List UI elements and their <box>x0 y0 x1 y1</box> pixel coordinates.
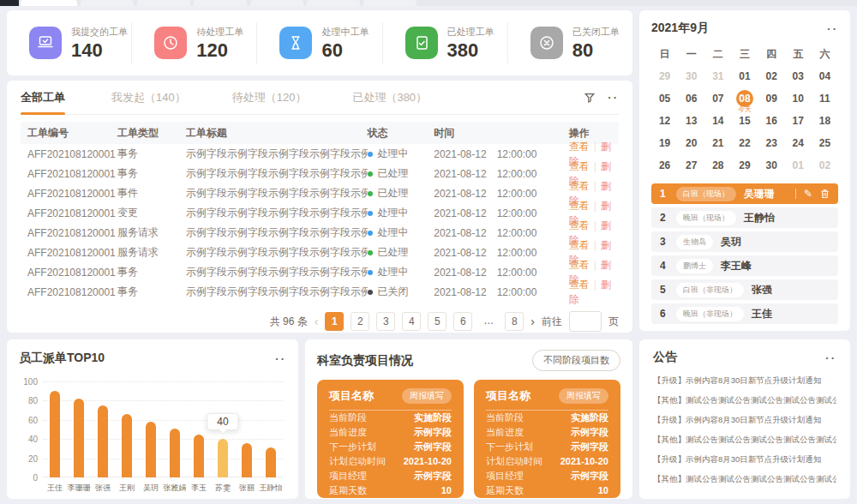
page-button[interactable]: 6 <box>453 312 472 331</box>
column-header: 时间 <box>434 126 568 141</box>
trash-icon[interactable] <box>820 189 830 199</box>
announcement-item[interactable]: 【升级】示例内容8月30日新节点升级计划通知 <box>653 370 836 390</box>
filter-icon[interactable] <box>584 92 596 104</box>
calendar-day[interactable]: 02 <box>812 154 838 177</box>
calendar-day[interactable]: 02 <box>758 65 785 87</box>
shift-row[interactable]: 4 鹏博士 李王峰 <box>651 255 838 276</box>
calendar-day[interactable]: 27 <box>678 154 704 177</box>
calendar-day[interactable]: 16 <box>758 110 785 132</box>
page-button[interactable]: 8 <box>505 312 524 331</box>
calendar-day[interactable]: 12 <box>651 110 678 132</box>
announcement-item[interactable]: 【升级】示例内容8月30日新节点升级计划通知 <box>653 449 836 469</box>
bar <box>242 443 252 477</box>
more-icon[interactable]: ·· <box>827 22 838 35</box>
tab-inactive[interactable]: 已处理（380） <box>352 81 427 115</box>
calendar-day[interactable]: 07 <box>704 87 731 110</box>
more-icon[interactable]: ·· <box>608 91 619 104</box>
view-link[interactable]: 查看 <box>569 239 590 251</box>
calendar-day[interactable]: 13 <box>678 110 704 132</box>
next-page-icon[interactable]: › <box>530 315 535 328</box>
tab-inactive[interactable]: 我发起（140） <box>111 81 186 115</box>
x-axis-tick: 王静怡 <box>259 483 283 494</box>
browser-tab[interactable] <box>21 0 77 6</box>
calendar-day[interactable]: 11 <box>812 87 838 110</box>
calendar-day[interactable]: 10 <box>785 87 812 110</box>
shift-row[interactable]: 2 晚班（现场） 王静怡 <box>651 207 838 228</box>
view-link[interactable]: 查看 <box>569 141 590 153</box>
calendar-day[interactable]: 24 <box>785 132 812 154</box>
y-axis-tick: 20 <box>19 453 38 463</box>
calendar-day[interactable]: 25 <box>812 132 838 154</box>
page-button[interactable]: 4 <box>402 312 421 331</box>
stat-text: 处理中工单 60 <box>321 26 369 60</box>
project-card[interactable]: 项目名称周报填写当前阶段实施阶段当前进度示例字段下一步计划示例字段计划启动时间2… <box>474 380 620 498</box>
calendar-day[interactable]: 15 <box>731 110 758 132</box>
shift-row[interactable]: 5 白班（非现场） 张强 <box>651 279 838 300</box>
shift-row[interactable]: 1 白班（现场） 吴珊珊 ✎ <box>651 183 838 204</box>
calendar-day[interactable]: 18 <box>812 110 838 132</box>
table-row: AFF202108120001 变更 示例字段示例字段示例字段示例字段示例字段 … <box>21 203 619 223</box>
calendar-day[interactable]: 04 <box>812 65 838 87</box>
hourglass-icon <box>279 27 312 59</box>
calendar-day[interactable]: 31 <box>704 65 731 87</box>
weekday-label: 五 <box>785 43 812 65</box>
page-button[interactable]: 3 <box>376 312 395 331</box>
page-button[interactable]: 2 <box>351 312 369 331</box>
page-button[interactable]: 1 <box>325 312 344 331</box>
calendar-day[interactable]: 28 <box>704 154 731 177</box>
calendar-day[interactable]: 01 <box>731 65 758 87</box>
project-card[interactable]: 项目名称周报填写当前阶段实施阶段当前进度示例字段下一步计划示例字段计划启动时间2… <box>317 380 464 498</box>
edit-icon[interactable]: ✎ <box>804 188 812 200</box>
calendar-day[interactable]: 21 <box>704 132 731 154</box>
calendar-day[interactable]: 26 <box>651 154 678 177</box>
tab-inactive[interactable]: 待处理（120） <box>232 81 307 115</box>
calendar-day[interactable]: 06 <box>678 87 704 110</box>
announcement-item[interactable]: 【其他】测试公告测试公告测试公告测试公告测试公告 <box>653 469 836 489</box>
view-link[interactable]: 查看 <box>569 200 590 212</box>
view-link[interactable]: 查看 <box>569 279 590 291</box>
announcement-item[interactable]: 【其他】测试公告测试公告测试公告测试公告测试公告 <box>653 390 836 410</box>
weekly-report-badge[interactable]: 周报填写 <box>402 388 452 404</box>
announcement-item[interactable]: 【其他】测试公告测试公告测试公告测试公告测试公告 <box>653 429 836 449</box>
stat-label: 我提交的工单 <box>71 26 128 39</box>
prev-page-icon[interactable]: ‹ <box>315 315 319 328</box>
order-title: 示例字段示例字段示例字段示例字段示例字段 <box>186 285 368 299</box>
calendar-day[interactable]: 14 <box>704 110 731 132</box>
calendar-day[interactable]: 03 <box>785 65 812 87</box>
calendar-day[interactable]: 29 <box>731 154 758 177</box>
tab-active[interactable]: 全部工单 <box>21 81 65 115</box>
calendar-day[interactable]: 30 <box>678 65 704 87</box>
shift-row[interactable]: 3 生物岛 吴玥 <box>651 231 838 252</box>
calendar-day[interactable]: 19 <box>651 132 678 154</box>
view-link[interactable]: 查看 <box>569 160 590 172</box>
view-link[interactable]: 查看 <box>569 219 590 231</box>
more-icon[interactable]: ·· <box>275 352 286 365</box>
calendar-day[interactable]: 23 <box>758 132 785 154</box>
browser-tab[interactable] <box>363 0 417 6</box>
goto-page-input[interactable] <box>569 311 602 332</box>
browser-tab[interactable] <box>137 0 190 6</box>
more-icon[interactable]: ·· <box>825 351 836 364</box>
calendar-day[interactable]: 22 <box>731 132 758 154</box>
calendar-day[interactable]: 01 <box>785 154 812 177</box>
calendar-day[interactable]: 20 <box>678 132 704 154</box>
stage-count-button[interactable]: 不同阶段项目数 <box>532 350 620 371</box>
view-link[interactable]: 查看 <box>569 259 590 271</box>
goto-label: 前往 <box>542 315 562 329</box>
page-button[interactable]: 5 <box>428 312 446 331</box>
calendar-day[interactable]: 29 <box>651 65 678 87</box>
browser-tab[interactable] <box>250 0 303 6</box>
calendar-day[interactable]: 17 <box>785 110 812 132</box>
order-id: AFF202108120001 <box>21 227 117 239</box>
browser-tab[interactable] <box>194 0 247 6</box>
announcement-item[interactable]: 【升级】示例内容8月30日新节点升级计划通知 <box>653 410 836 429</box>
shift-row[interactable]: 6 晚班（非现场） 王佳 <box>651 303 838 324</box>
calendar-day[interactable]: 05 <box>651 87 678 110</box>
weekly-report-badge[interactable]: 周报填写 <box>559 388 608 404</box>
calendar-day[interactable]: 09 <box>758 87 785 110</box>
view-link[interactable]: 查看 <box>569 180 590 192</box>
browser-tab[interactable] <box>81 0 134 6</box>
browser-tab[interactable] <box>307 0 360 6</box>
calendar-day[interactable]: 30 <box>758 154 785 177</box>
calendar-day-today[interactable]: 08今天 <box>731 87 758 110</box>
